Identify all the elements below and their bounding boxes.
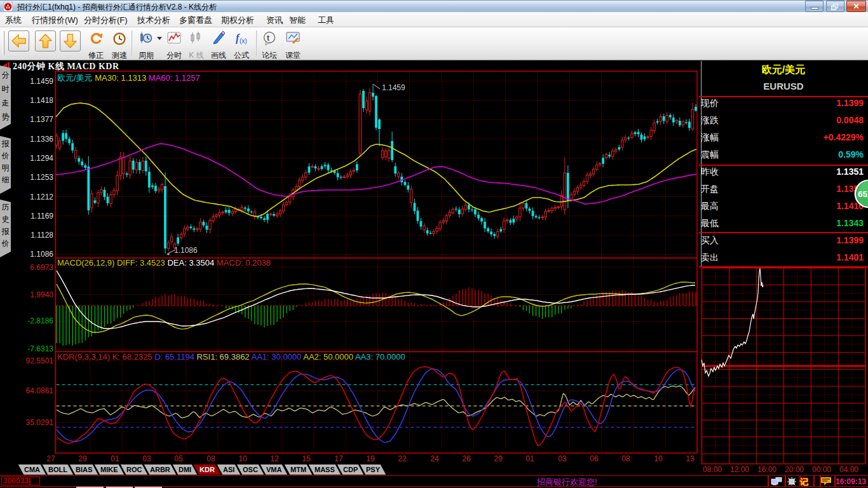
svg-text:65: 65 — [858, 189, 868, 199]
